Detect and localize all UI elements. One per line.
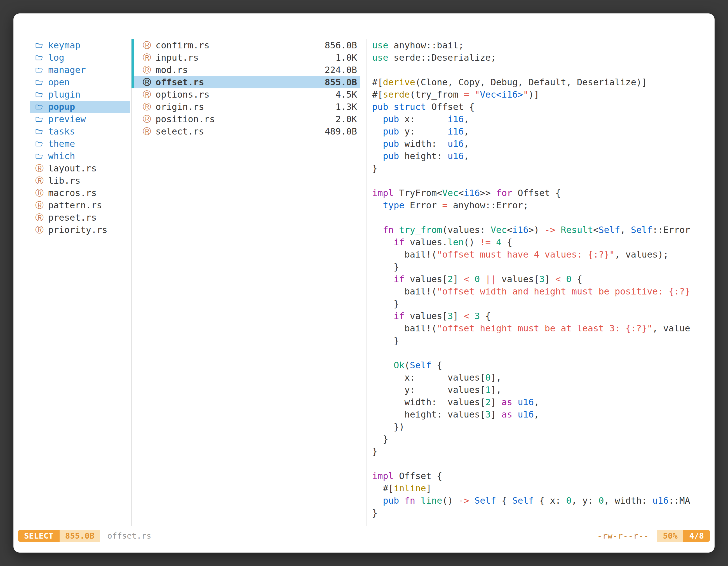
- file-item-pattern.rs[interactable]: Ⓡpattern.rs: [30, 199, 130, 212]
- code-line: }: [372, 162, 710, 175]
- rust-file-icon: Ⓡ: [143, 78, 156, 86]
- file-item-options.rs[interactable]: Ⓡoptions.rs4.5K: [131, 88, 360, 101]
- file-size: 1.0K: [335, 52, 357, 63]
- dir-item-popup[interactable]: popup: [30, 101, 130, 113]
- file-item-origin.rs[interactable]: Ⓡorigin.rs1.3K: [131, 101, 360, 113]
- file-item-input.rs[interactable]: Ⓡinput.rs1.0K: [131, 51, 360, 64]
- item-label: tasks: [48, 126, 75, 137]
- code-line: [372, 347, 710, 359]
- item-label: manager: [48, 65, 86, 75]
- code-line: impl Offset {: [372, 470, 710, 482]
- current-pane: Ⓡconfirm.rs856.0BⓇinput.rs1.0KⓇmod.rs224…: [131, 39, 360, 138]
- pane-separator-right: [366, 39, 367, 526]
- item-label: theme: [48, 139, 75, 149]
- file-size: 855.0B: [325, 77, 357, 88]
- dir-item-theme[interactable]: theme: [30, 138, 130, 150]
- rust-file-icon: Ⓡ: [35, 177, 48, 185]
- selection-mark: [131, 64, 134, 76]
- dir-item-manager[interactable]: manager: [30, 64, 130, 76]
- file-size: 489.0B: [325, 126, 357, 137]
- selection-mark: [131, 39, 134, 51]
- file-item-offset.rs[interactable]: Ⓡoffset.rs855.0B: [131, 76, 360, 88]
- cursor-position-badge: 4/8: [683, 530, 710, 542]
- code-line: bail!("offset must have 4 values: {:?}",…: [372, 248, 710, 261]
- item-label: open: [48, 77, 70, 88]
- code-line: }: [372, 334, 710, 347]
- dir-item-log[interactable]: log: [30, 51, 130, 64]
- file-item-lib.rs[interactable]: Ⓡlib.rs: [30, 175, 130, 187]
- item-label: offset.rs: [156, 77, 204, 88]
- rust-file-icon: Ⓡ: [35, 189, 48, 197]
- dir-item-plugin[interactable]: plugin: [30, 88, 130, 101]
- code-line: [372, 212, 710, 224]
- file-size: 224.0B: [325, 65, 357, 75]
- folder-icon: [35, 55, 48, 61]
- code-line: pub x: i16,: [372, 113, 710, 125]
- code-line: }: [372, 445, 710, 457]
- mode-badge: SELECT: [18, 530, 60, 542]
- code-line: pub height: u16,: [372, 150, 710, 162]
- file-item-macros.rs[interactable]: Ⓡmacros.rs: [30, 187, 130, 199]
- code-line: pub y: i16,: [372, 125, 710, 138]
- item-label: preview: [48, 114, 86, 125]
- code-line: pub struct Offset {: [372, 101, 710, 113]
- file-size: 2.0K: [335, 114, 357, 125]
- dir-item-tasks[interactable]: tasks: [30, 125, 130, 138]
- item-label: macros.rs: [48, 188, 97, 198]
- code-line: impl TryFrom<Vec<i16>> for Offset {: [372, 187, 710, 199]
- item-label: mod.rs: [156, 65, 188, 75]
- code-line: bail!("offset height must be at least 3:…: [372, 322, 710, 334]
- dir-item-keymap[interactable]: keymap: [30, 39, 130, 51]
- selection-mark: [131, 101, 134, 113]
- item-label: pattern.rs: [48, 200, 102, 211]
- parent-pane: keymaplogmanageropenpluginpopuppreviewta…: [30, 39, 130, 236]
- item-label: options.rs: [156, 89, 210, 100]
- item-label: select.rs: [156, 126, 204, 137]
- file-item-mod.rs[interactable]: Ⓡmod.rs224.0B: [131, 64, 360, 76]
- code-line: #[inline]: [372, 482, 710, 494]
- file-item-priority.rs[interactable]: Ⓡpriority.rs: [30, 224, 130, 236]
- status-filename: offset.rs: [107, 531, 151, 541]
- rust-file-icon: Ⓡ: [143, 115, 156, 123]
- code-line: x: values[0],: [372, 371, 710, 384]
- dir-item-which[interactable]: which: [30, 150, 130, 162]
- item-label: preset.rs: [48, 212, 97, 223]
- file-size-chip: 855.0B: [60, 530, 100, 542]
- folder-icon: [35, 116, 48, 123]
- file-item-preset.rs[interactable]: Ⓡpreset.rs: [30, 212, 130, 224]
- item-label: plugin: [48, 89, 81, 100]
- dir-item-open[interactable]: open: [30, 76, 130, 88]
- item-label: log: [48, 52, 64, 63]
- folder-icon: [35, 141, 48, 147]
- folder-icon: [35, 128, 48, 135]
- folder-icon: [35, 91, 48, 98]
- rust-file-icon: Ⓡ: [143, 41, 156, 50]
- rust-file-icon: Ⓡ: [143, 90, 156, 99]
- code-line: [372, 457, 710, 470]
- code-line: [372, 64, 710, 76]
- code-line: pub fn line() -> Self { Self { x: 0, y: …: [372, 494, 710, 507]
- file-size: 856.0B: [325, 40, 357, 51]
- rust-file-icon: Ⓡ: [143, 103, 156, 111]
- file-item-layout.rs[interactable]: Ⓡlayout.rs: [30, 162, 130, 175]
- preview-pane: use anyhow::bail;use serde::Deserialize;…: [372, 39, 710, 526]
- rust-file-icon: Ⓡ: [35, 201, 48, 210]
- permissions-text: -rw-r--r--: [597, 531, 649, 541]
- file-item-select.rs[interactable]: Ⓡselect.rs489.0B: [131, 125, 360, 138]
- code-line: }: [372, 261, 710, 273]
- code-line: use anyhow::bail;: [372, 39, 710, 51]
- item-label: input.rs: [156, 52, 199, 63]
- code-line: [372, 175, 710, 187]
- code-line: pub width: u16,: [372, 138, 710, 150]
- item-label: popup: [48, 102, 75, 112]
- file-item-position.rs[interactable]: Ⓡposition.rs2.0K: [131, 113, 360, 125]
- rust-file-icon: Ⓡ: [143, 53, 156, 62]
- code-line: fn try_from(values: Vec<i16>) -> Result<…: [372, 224, 710, 236]
- selection-mark: [131, 88, 134, 101]
- file-item-confirm.rs[interactable]: Ⓡconfirm.rs856.0B: [131, 39, 360, 51]
- code-line: }): [372, 420, 710, 433]
- code-line: }: [372, 297, 710, 310]
- code-line: if values[3] < 3 {: [372, 310, 710, 322]
- file-size: 1.3K: [335, 102, 357, 112]
- dir-item-preview[interactable]: preview: [30, 113, 130, 125]
